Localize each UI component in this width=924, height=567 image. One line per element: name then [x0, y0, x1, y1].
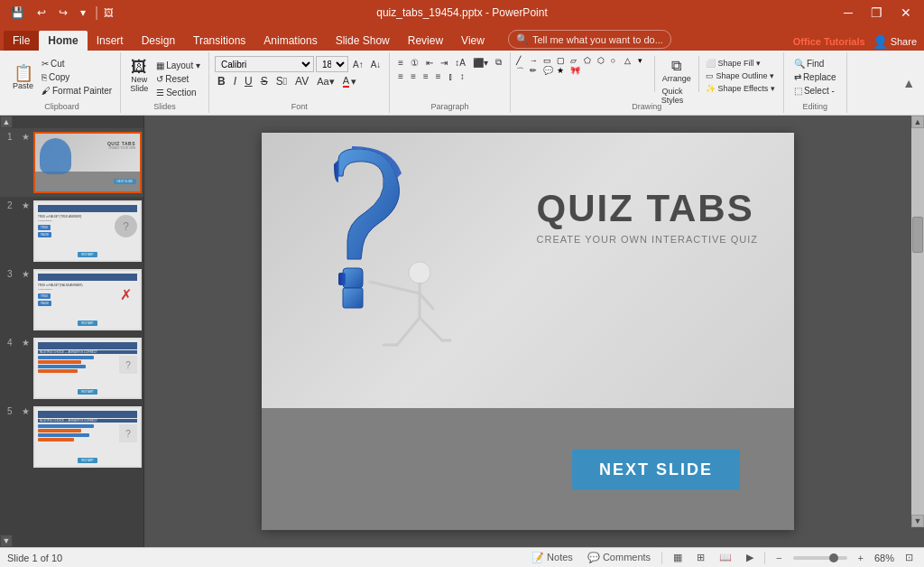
shape-pentagon[interactable]: ⬠ [584, 56, 596, 65]
bullets-button[interactable]: ≡ [395, 57, 406, 69]
save-button[interactable]: 💾 [7, 5, 28, 21]
slide-item-5[interactable]: 5 ★ MULTIPLE CHOICE — ANSWER IS CORRECT … [0, 403, 143, 471]
replace-button[interactable]: ⇄ Replace [791, 71, 839, 83]
next-slide-button[interactable]: NEXT SLIDE [572, 449, 740, 489]
align-center-button[interactable]: ≡ [408, 70, 419, 82]
shape-parallelogram[interactable]: ▱ [570, 56, 583, 65]
bold-button[interactable]: B [215, 74, 228, 88]
new-slide-button[interactable]: 🖼 New Slide [126, 56, 152, 96]
tab-home[interactable]: Home [39, 31, 87, 51]
copy-button[interactable]: ⎘ Copy [39, 71, 115, 83]
slide-thumb-4[interactable]: MULTIPLE CHOICE — ANSWER IS CORRECT ? RE… [33, 338, 142, 399]
section-button[interactable]: ☰ Section [153, 87, 203, 98]
shadow-button[interactable]: S⃞ [273, 74, 290, 88]
slide-item-2[interactable]: 2 ★ TRUE or FALSE? (TRUE ANSWER) Praesen… [0, 197, 143, 265]
align-right-button[interactable]: ≡ [420, 70, 431, 82]
reading-view-button[interactable]: 📖 [716, 551, 735, 564]
slide-item-3[interactable]: 3 ★ TRUE or FALSE? (FALSE ANSWER) Praese… [0, 265, 143, 334]
slide-item-4[interactable]: 4 ★ MULTIPLE CHOICE — ANSWER IS CORRECT … [0, 334, 143, 403]
shape-outline-button[interactable]: ▭ Shape Outline ▾ [703, 70, 778, 81]
restore-button[interactable]: ❐ [865, 4, 888, 22]
scroll-down-button[interactable]: ▼ [911, 515, 924, 527]
shape-rounded-rect[interactable]: ▢ [557, 56, 569, 65]
align-left-button[interactable]: ≡ [395, 70, 406, 82]
format-painter-button[interactable]: 🖌 Format Painter [39, 85, 115, 97]
shape-callout[interactable]: 💬 [543, 66, 556, 78]
smartart-button[interactable]: ⧉ [493, 56, 504, 69]
shape-circle[interactable]: ○ [611, 56, 624, 65]
increase-font-button[interactable]: A↑ [350, 59, 366, 70]
shape-freeform[interactable]: ✏ [530, 66, 542, 78]
shape-line[interactable]: ╱ [516, 56, 529, 65]
slide-item-1[interactable]: 1 ★ QUIZ TABS CREATE YOUR OWN NEXT SLIDE [0, 128, 143, 197]
slide-sorter-button[interactable]: ⊞ [693, 551, 708, 564]
font-size-select[interactable]: 18 [316, 56, 348, 72]
close-button[interactable]: ✕ [895, 4, 917, 22]
slideshow-button[interactable]: ▶ [743, 551, 757, 564]
columns-button[interactable]: ⫿ [446, 70, 456, 82]
quick-styles-button[interactable]: QuickStyles [659, 86, 695, 106]
shape-effects-button[interactable]: ✨ Shape Effects ▾ [703, 83, 778, 94]
office-tutorials-button[interactable]: Office Tutorials [793, 36, 865, 47]
shape-ribbon[interactable]: 🎀 [570, 66, 583, 78]
normal-view-button[interactable]: ▦ [670, 551, 686, 564]
tab-insert[interactable]: Insert [88, 31, 133, 51]
v-scrollbar[interactable]: ▲ ▼ [911, 116, 924, 527]
customize-qat-button[interactable]: ▾ [77, 5, 89, 21]
undo-button[interactable]: ↩ [33, 5, 50, 21]
italic-button[interactable]: I [231, 74, 239, 88]
tab-transitions[interactable]: Transitions [184, 31, 254, 51]
tab-review[interactable]: Review [399, 31, 452, 51]
zoom-thumb[interactable] [829, 553, 838, 562]
shape-triangle[interactable]: △ [624, 56, 637, 65]
numbering-button[interactable]: ① [408, 57, 421, 69]
select-button[interactable]: ⬚ Select - [791, 85, 839, 97]
redo-button[interactable]: ↪ [55, 5, 71, 21]
font-name-select[interactable]: Calibri [215, 56, 314, 72]
char-spacing-button[interactable]: AV [292, 74, 311, 88]
tell-me-input[interactable]: 🔍 Tell me what you want to do... [508, 30, 671, 49]
change-case-button[interactable]: Aa▾ [314, 75, 337, 88]
font-color-button[interactable]: A▾ [340, 74, 359, 88]
tab-file[interactable]: File [4, 31, 39, 51]
reset-button[interactable]: ↺ Reset [153, 73, 203, 85]
collapse-ribbon-button[interactable]: ▲ [902, 76, 915, 90]
slide-thumb-1[interactable]: QUIZ TABS CREATE YOUR OWN NEXT SLIDE [33, 132, 142, 193]
shape-rect[interactable]: ▭ [543, 56, 556, 65]
scroll-up-button[interactable]: ▲ [911, 116, 924, 128]
shape-star[interactable]: ★ [557, 66, 569, 78]
tab-design[interactable]: Design [133, 31, 184, 51]
zoom-out-button[interactable]: − [772, 552, 785, 564]
line-spacing-button[interactable]: ↕ [457, 70, 467, 82]
tab-animations[interactable]: Animations [254, 31, 326, 51]
comments-button[interactable]: 💬 Comments [584, 551, 654, 564]
share-button[interactable]: 👤 Share [873, 34, 917, 49]
find-button[interactable]: 🔍 Find [791, 58, 839, 70]
shapes-more[interactable]: ▾ [638, 56, 651, 65]
arrange-button[interactable]: ⧉ Arrange [659, 56, 695, 85]
shape-hexagon[interactable]: ⬡ [597, 56, 610, 65]
scroll-thumb[interactable] [912, 217, 923, 253]
shape-fill-button[interactable]: ⬜ Shape Fill ▾ [703, 58, 778, 69]
align-text-button[interactable]: ⬛▾ [470, 57, 491, 69]
slide-thumb-2[interactable]: TRUE or FALSE? (TRUE ANSWER) Praesentati… [33, 200, 142, 262]
text-direction-button[interactable]: ↕A [452, 57, 468, 69]
strikethrough-button[interactable]: S [258, 74, 271, 88]
notes-button[interactable]: 📝 Notes [528, 551, 577, 564]
slide-thumb-3[interactable]: TRUE or FALSE? (FALSE ANSWER) Praesentat… [33, 269, 142, 330]
zoom-in-button[interactable]: + [855, 552, 867, 564]
tab-view[interactable]: View [452, 31, 494, 51]
increase-indent-button[interactable]: ⇥ [438, 57, 450, 69]
decrease-indent-button[interactable]: ⇤ [423, 57, 436, 69]
minimize-button[interactable]: ─ [838, 4, 858, 22]
slide-thumb-5[interactable]: MULTIPLE CHOICE — ANSWER IS CORRECT ? RE… [33, 406, 142, 468]
justify-button[interactable]: ≡ [433, 70, 444, 82]
underline-button[interactable]: U [242, 74, 255, 88]
slide-panel-scroll-up[interactable]: ▲ [0, 116, 13, 128]
main-slide-canvas[interactable]: QUIZ TABS CREATE YOUR OWN INTERACTIVE QU… [262, 133, 794, 530]
decrease-font-button[interactable]: A↓ [368, 59, 384, 70]
fit-slide-button[interactable]: ⊡ [901, 551, 917, 564]
slide-panel-scroll-down[interactable]: ▼ [0, 534, 13, 547]
shape-curve[interactable]: ⌒ [516, 66, 529, 78]
cut-button[interactable]: ✂ Cut [39, 58, 115, 70]
